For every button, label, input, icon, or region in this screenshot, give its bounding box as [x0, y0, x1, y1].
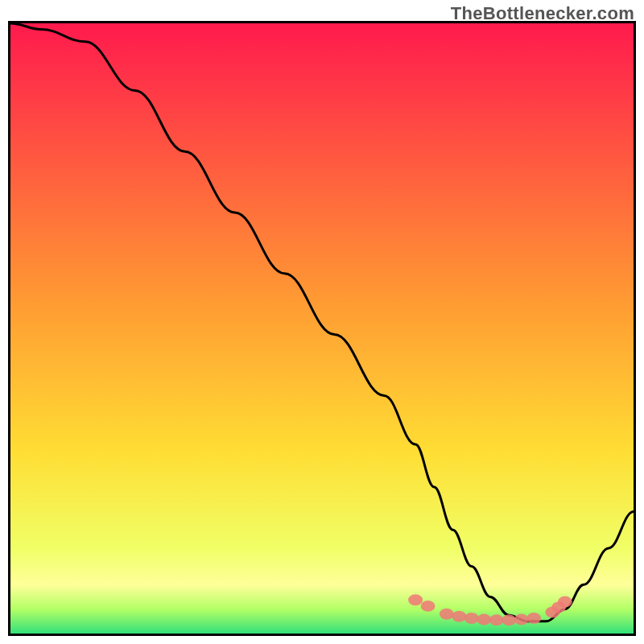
marker-point: [477, 614, 491, 625]
chart-stage: TheBottlenecker.com: [0, 0, 644, 644]
curve-layer: [10, 23, 634, 634]
plot-area: [8, 21, 636, 636]
marker-point: [558, 597, 572, 608]
marker-point: [489, 614, 504, 625]
marker-point: [452, 611, 466, 622]
marker-point: [408, 594, 423, 605]
marker-point: [526, 613, 541, 624]
bottleneck-curve: [10, 23, 634, 621]
marker-point: [440, 609, 454, 620]
marker-point: [502, 614, 516, 625]
marker-point: [514, 614, 529, 625]
marker-point: [464, 613, 479, 624]
marker-point: [421, 601, 436, 612]
